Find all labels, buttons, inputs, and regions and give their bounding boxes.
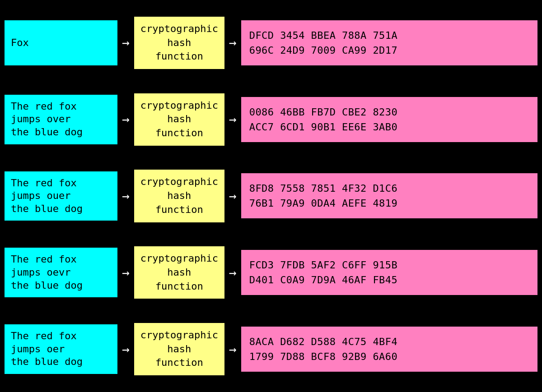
- output-line1-5: 8ACA D682 D588 4C75 4BF4: [249, 334, 397, 349]
- arrow-left-3: →: [117, 189, 134, 203]
- arrow-right-5: →: [224, 342, 241, 357]
- hash-box-3: cryptographic hash function: [134, 170, 224, 222]
- hash-box-2: cryptographic hash function: [134, 93, 224, 146]
- input-box-5: The red fox jumps oer the blue dog: [5, 324, 117, 374]
- hash-box-4: cryptographic hash function: [134, 246, 224, 299]
- input-box-4: The red fox jumps oevr the blue dog: [5, 248, 117, 297]
- output-line1-4: FCD3 7FDB 5AF2 C6FF 915B: [249, 258, 397, 272]
- output-box-4: FCD3 7FDB 5AF2 C6FF 915BD401 C0A9 7D9A 4…: [241, 250, 537, 295]
- arrow-right-4: →: [224, 265, 241, 280]
- row-2: The red fox jumps over the blue dog→cryp…: [0, 81, 542, 158]
- input-box-1: Fox: [5, 20, 117, 65]
- hash-box-5: cryptographic hash function: [134, 323, 224, 375]
- output-line2-1: 696C 24D9 7009 CA99 2D17: [249, 43, 397, 58]
- arrow-left-4: →: [117, 265, 134, 280]
- output-line2-4: D401 C0A9 7D9A 46AF FB45: [249, 272, 397, 287]
- row-1: Fox→cryptographic hash function→DFCD 345…: [0, 5, 542, 81]
- input-box-2: The red fox jumps over the blue dog: [5, 95, 117, 144]
- row-4: The red fox jumps oevr the blue dog→cryp…: [0, 234, 542, 311]
- output-box-5: 8ACA D682 D588 4C75 4BF41799 7D88 BCF8 9…: [241, 327, 537, 372]
- arrow-left-5: →: [117, 342, 134, 357]
- arrow-right-3: →: [224, 189, 241, 203]
- hash-box-1: cryptographic hash function: [134, 17, 224, 69]
- output-box-2: 0086 46BB FB7D CBE2 8230ACC7 6CD1 90B1 E…: [241, 97, 537, 142]
- output-line2-3: 76B1 79A9 0DA4 AEFE 4819: [249, 196, 397, 211]
- output-line2-2: ACC7 6CD1 90B1 EE6E 3AB0: [249, 120, 397, 134]
- output-box-1: DFCD 3454 BBEA 788A 751A696C 24D9 7009 C…: [241, 20, 537, 65]
- main-container: Fox→cryptographic hash function→DFCD 345…: [0, 0, 542, 392]
- row-5: The red fox jumps oer the blue dog→crypt…: [0, 311, 542, 387]
- arrow-left-1: →: [117, 35, 134, 50]
- arrow-right-1: →: [224, 35, 241, 50]
- input-box-3: The red fox jumps ouer the blue dog: [5, 171, 117, 221]
- arrow-left-2: →: [117, 112, 134, 127]
- output-line2-5: 1799 7D88 BCF8 92B9 6A60: [249, 349, 397, 364]
- output-line1-1: DFCD 3454 BBEA 788A 751A: [249, 28, 397, 43]
- output-line1-3: 8FD8 7558 7851 4F32 D1C6: [249, 181, 397, 196]
- arrow-right-2: →: [224, 112, 241, 127]
- output-line1-2: 0086 46BB FB7D CBE2 8230: [249, 105, 397, 120]
- output-box-3: 8FD8 7558 7851 4F32 D1C676B1 79A9 0DA4 A…: [241, 173, 537, 218]
- row-3: The red fox jumps ouer the blue dog→cryp…: [0, 158, 542, 235]
